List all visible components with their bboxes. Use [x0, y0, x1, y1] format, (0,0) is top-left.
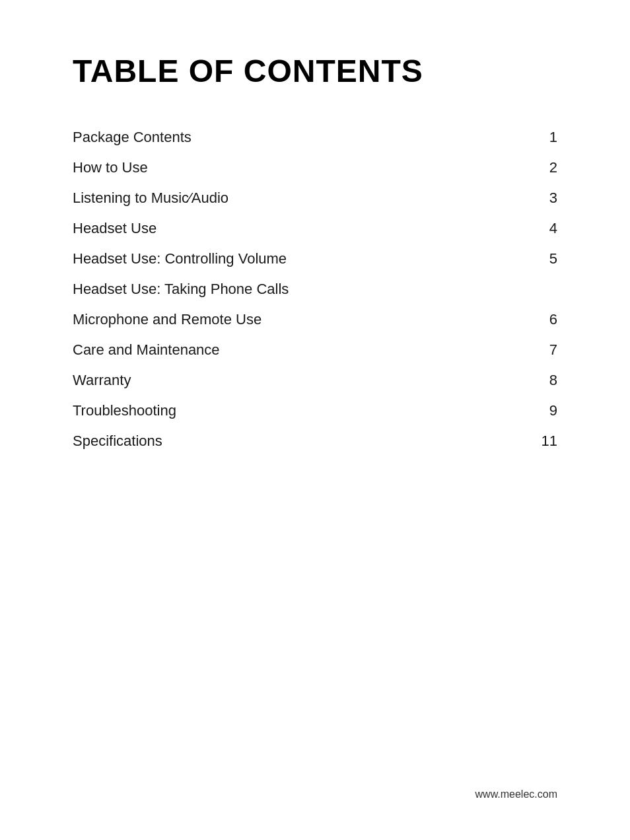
footer-url: www.meelec.com — [475, 788, 557, 800]
toc-entry-page: 5 — [485, 244, 557, 274]
toc-entry-label: Care and Maintenance — [73, 335, 485, 365]
toc-entry: Package Contents1 — [73, 122, 557, 153]
toc-entry-label: Headset Use: Taking Phone Calls — [73, 274, 485, 304]
toc-entry-label: Listening to Music⁄Audio — [73, 183, 485, 213]
toc-entry-label: How to Use — [73, 153, 485, 183]
toc-entry-page: 3 — [485, 183, 557, 213]
toc-entry-label: Package Contents — [73, 122, 485, 153]
toc-entry-label: Specifications — [73, 426, 485, 456]
toc-entry-page: 1 — [485, 122, 557, 153]
toc-entry-page: 7 — [485, 335, 557, 365]
toc-entry: Troubleshooting9 — [73, 396, 557, 426]
toc-entry-page: 4 — [485, 213, 557, 244]
toc-entry: Specifications11 — [73, 426, 557, 456]
toc-entry: Headset Use4 — [73, 213, 557, 244]
toc-entry-page: 9 — [485, 396, 557, 426]
toc-entry-label: Microphone and Remote Use — [73, 304, 485, 335]
toc-entry-page — [485, 274, 557, 304]
toc-entry: Care and Maintenance7 — [73, 335, 557, 365]
toc-entry: Microphone and Remote Use6 — [73, 304, 557, 335]
toc-entry-label: Headset Use — [73, 213, 485, 244]
toc-table: Package Contents1How to Use2Listening to… — [73, 122, 557, 456]
toc-entry: How to Use2 — [73, 153, 557, 183]
toc-entry: Headset Use: Taking Phone Calls — [73, 274, 557, 304]
toc-entry-page: 8 — [485, 365, 557, 396]
toc-entry: Warranty8 — [73, 365, 557, 396]
page-title: TABLE OF CONTENTS — [73, 53, 557, 89]
toc-entry: Listening to Music⁄Audio3 — [73, 183, 557, 213]
toc-entry-page: 11 — [485, 426, 557, 456]
toc-entry: Headset Use: Controlling Volume5 — [73, 244, 557, 274]
toc-entry-page: 6 — [485, 304, 557, 335]
page: TABLE OF CONTENTS Package Contents1How t… — [0, 0, 630, 840]
toc-entry-label: Troubleshooting — [73, 396, 485, 426]
toc-entry-label: Warranty — [73, 365, 485, 396]
toc-entry-page: 2 — [485, 153, 557, 183]
toc-entry-label: Headset Use: Controlling Volume — [73, 244, 485, 274]
